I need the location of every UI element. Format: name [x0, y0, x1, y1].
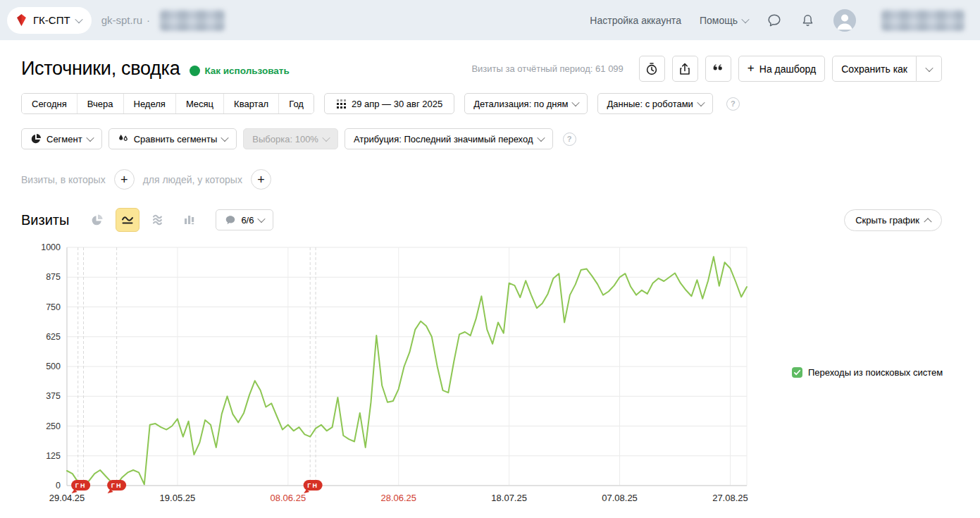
visits-chart: 0125250375500625750875100029.04.2519.05.…: [0, 240, 980, 507]
svg-text:08.06.25: 08.06.25: [271, 493, 306, 503]
add-people-filter-button[interactable]: +: [251, 169, 271, 190]
chart-type-pie-button[interactable]: [85, 208, 108, 232]
stacked-area-icon: [151, 213, 166, 227]
droplets-icon: [118, 133, 129, 144]
clock-icon: [645, 62, 659, 76]
svg-text:29.04.25: 29.04.25: [49, 493, 85, 503]
chevron-down-icon: [572, 99, 580, 106]
sampling-dropdown[interactable]: Выборка: 100%: [243, 128, 338, 149]
svg-text:125: 125: [46, 451, 61, 461]
preset-month[interactable]: Месяц: [175, 94, 223, 113]
date-range-button[interactable]: 29 апр — 30 авг 2025: [324, 93, 454, 114]
svg-text:0: 0: [56, 481, 61, 491]
plus-icon: +: [748, 61, 755, 75]
chart-type-area-button[interactable]: [147, 208, 170, 232]
detalization-dropdown[interactable]: Детализация: по дням: [464, 93, 588, 114]
svg-text:07.08.25: 07.08.25: [602, 493, 638, 503]
help-question-icon[interactable]: ?: [726, 97, 740, 111]
comments-dropdown[interactable]: 6/6: [216, 209, 273, 230]
save-as-button[interactable]: Сохранить как: [832, 56, 917, 82]
pie-chart-icon: [90, 214, 104, 227]
chat-icon[interactable]: [767, 13, 782, 28]
line-chart[interactable]: 0125250375500625750875100029.04.2519.05.…: [25, 240, 761, 507]
topbar: ГК-СПТ gk-spt.ru · Настройка аккаунта По…: [0, 0, 980, 40]
svg-text:19.05.25: 19.05.25: [160, 493, 196, 503]
annotation-badge: ГН: [71, 480, 90, 493]
annotations-button[interactable]: [705, 56, 731, 82]
visits-condition-label: Визиты, в которых: [21, 174, 106, 185]
column-chart-icon: [183, 214, 197, 227]
schedule-report-button[interactable]: [639, 56, 665, 82]
legend-label: Переходы из поисковых систем: [808, 367, 943, 378]
svg-text:ГН: ГН: [307, 482, 318, 489]
visits-total-value: 61 099: [595, 63, 624, 74]
how-to-use-link[interactable]: i Как использовать: [190, 66, 289, 76]
svg-text:875: 875: [46, 272, 61, 282]
visits-total: Визиты за отчётный период: 61 099: [471, 63, 623, 74]
svg-text:500: 500: [46, 362, 61, 371]
svg-text:1000: 1000: [41, 242, 61, 252]
preset-week[interactable]: Неделя: [123, 94, 175, 113]
annotation-badge: ГН: [107, 480, 126, 493]
svg-text:250: 250: [46, 421, 61, 431]
preset-year[interactable]: Год: [278, 94, 314, 113]
svg-text:750: 750: [46, 302, 61, 312]
chart-type-columns-button[interactable]: [178, 208, 201, 232]
add-to-dashboard-button[interactable]: + На дашборд: [738, 56, 825, 82]
chart-type-line-button[interactable]: [116, 208, 139, 232]
preset-quarter[interactable]: Квартал: [223, 94, 278, 113]
svg-text:28.06.25: 28.06.25: [380, 493, 416, 503]
chevron-up-icon: [924, 218, 931, 226]
chevron-down-icon: [75, 15, 82, 23]
counter-name: ГК-СПТ: [33, 14, 70, 26]
chevron-down-icon: [537, 134, 545, 142]
attribution-dropdown[interactable]: Атрибуция: Последний значимый переход: [345, 128, 553, 149]
redacted-username: [881, 10, 965, 31]
chart-legend: Переходы из поисковых систем: [792, 367, 943, 378]
counter-selector[interactable]: ГК-СПТ: [7, 7, 92, 34]
info-icon: i: [190, 66, 200, 76]
redacted-counter-id: [160, 10, 225, 31]
annotation-badge: ГН: [304, 480, 323, 493]
avatar[interactable]: [833, 9, 856, 32]
hide-chart-button[interactable]: Скрыть график: [844, 209, 942, 231]
period-presets: Сегодня Вчера Неделя Месяц Квартал Год: [21, 93, 314, 114]
page-title: Источники, сводка: [21, 58, 180, 80]
segment-dropdown[interactable]: Сегмент: [21, 128, 102, 149]
legend-checkbox[interactable]: [792, 367, 802, 378]
save-as-dropdown[interactable]: [917, 56, 942, 82]
counter-site: gk-spt.ru ·: [101, 10, 225, 31]
chevron-down-icon: [925, 63, 933, 71]
svg-text:18.07.25: 18.07.25: [491, 493, 527, 503]
export-button[interactable]: [672, 56, 698, 82]
svg-text:375: 375: [46, 391, 61, 401]
svg-text:ГН: ГН: [75, 482, 87, 489]
line-chart-icon: [120, 213, 135, 227]
help-question-icon[interactable]: ?: [563, 132, 576, 146]
preset-yesterday[interactable]: Вчера: [77, 94, 123, 113]
metric-title: Визиты: [21, 212, 69, 228]
calendar-grid-icon: [336, 99, 347, 109]
svg-text:625: 625: [46, 332, 61, 342]
preset-today[interactable]: Сегодня: [22, 94, 77, 113]
metrika-logo-icon: [15, 13, 27, 27]
svg-text:27.08.25: 27.08.25: [712, 493, 748, 503]
speech-bubble-icon: [225, 214, 236, 226]
chevron-down-icon: [86, 134, 94, 142]
chevron-down-icon: [258, 215, 266, 223]
help-menu[interactable]: Помощь: [700, 15, 748, 26]
people-condition-label: для людей, у которых: [143, 174, 242, 185]
person-icon: [833, 9, 856, 32]
chevron-down-icon: [221, 134, 229, 142]
bell-icon[interactable]: [800, 13, 815, 28]
data-mode-dropdown[interactable]: Данные: с роботами: [597, 93, 712, 114]
svg-text:ГН: ГН: [111, 482, 123, 489]
account-settings-link[interactable]: Настройка аккаунта: [590, 15, 681, 26]
compare-segments-dropdown[interactable]: Сравнить сегменты: [108, 128, 237, 149]
check-icon: [793, 369, 801, 376]
export-icon: [678, 62, 692, 76]
chevron-down-icon: [741, 15, 749, 23]
quotes-icon: [711, 62, 725, 76]
chevron-down-icon: [697, 99, 705, 106]
add-visit-filter-button[interactable]: +: [114, 169, 135, 190]
